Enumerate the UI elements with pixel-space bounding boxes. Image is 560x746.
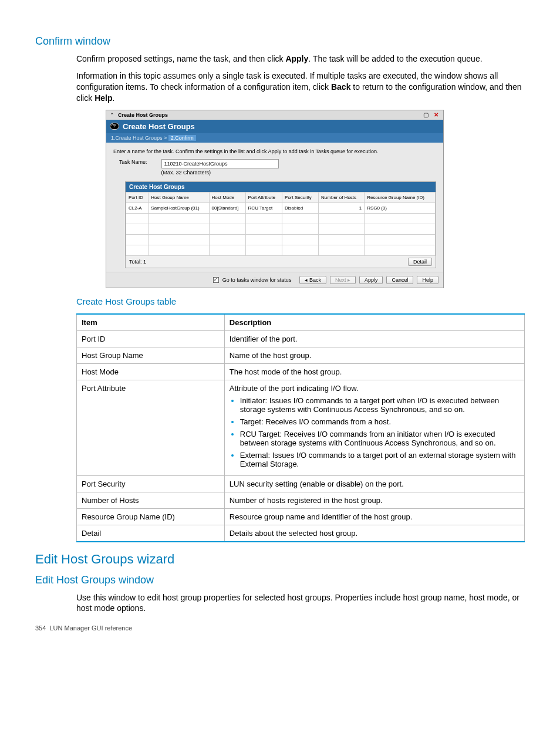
chevron-up-icon[interactable]: ⌃ (110, 112, 114, 118)
close-button[interactable]: ✕ (433, 112, 440, 119)
list-item: Initiator: Issues I/O commands to a targ… (240, 396, 519, 414)
table-row-empty (126, 213, 436, 224)
wizard-breadcrumb: 1.Create Host Groups > 2.Confirm (106, 133, 443, 143)
dialog-instruction: Enter a name for the task. Confirm the s… (113, 148, 436, 154)
col-item: Item (77, 314, 225, 331)
total-label: Total: 1 (129, 259, 146, 265)
footer-label: LUN Manager GUI reference (49, 625, 132, 632)
col-resource-group: Resource Group Name (ID) (365, 192, 436, 202)
table-row[interactable]: CL2-A SampleHostGroup (01) 00[Standard] … (126, 202, 436, 213)
item-cell: Host Mode (77, 363, 225, 380)
table-row-empty (126, 224, 436, 234)
desc-cell: Number of hosts registered in the host g… (224, 492, 524, 508)
desc-cell: The host mode of the host group. (224, 363, 524, 380)
col-host-mode: Host Mode (209, 192, 245, 202)
col-port-attribute: Port Attribute (245, 192, 282, 202)
item-cell: Host Group Name (77, 347, 225, 363)
desc-row: Resource Group Name (ID) Resource group … (77, 508, 525, 525)
edit-paragraph: Use this window to edit host group prope… (76, 592, 525, 615)
section-heading-confirm: Confirm window (35, 35, 525, 48)
detail-button[interactable]: Detail (408, 258, 432, 266)
cancel-button[interactable]: Cancel (386, 276, 413, 284)
cell-num-hosts: 1 (319, 202, 365, 213)
dialog-title: Create Host Groups (118, 112, 168, 118)
confirm-paragraph-1: Confirm proposed settings, name the task… (76, 53, 525, 65)
dialog-footer: ✓ Go to tasks window for status ◂ Back N… (106, 272, 443, 288)
hp-logo-icon (110, 123, 119, 130)
next-button-label: Next (335, 277, 346, 283)
apply-button[interactable]: Apply (359, 276, 383, 284)
confirm-paragraph-2: Information in this topic assumes only a… (76, 70, 525, 104)
desc-list: Initiator: Issues I/O commands to a targ… (240, 396, 519, 468)
text: Confirm proposed settings, name the task… (76, 54, 285, 63)
col-description: Description (224, 314, 524, 331)
item-cell: Detail (77, 525, 225, 542)
text: . (112, 93, 114, 103)
page-footer: 354 LUN Manager GUI reference (35, 625, 525, 632)
back-button[interactable]: ◂ Back (299, 276, 326, 284)
text: . The task will be added to the executio… (308, 54, 482, 63)
dialog-header-title: Create Host Groups (123, 122, 195, 131)
desc-row: Host Mode The host mode of the host grou… (77, 363, 525, 380)
list-item: Target: Receives I/O commands from a hos… (240, 417, 519, 426)
panel-title: Create Host Groups (126, 182, 436, 192)
page-number: 354 (35, 625, 46, 632)
panel-footer: Total: 1 Detail (126, 256, 436, 268)
desc-cell: Identifier of the port. (224, 330, 524, 347)
list-item: External: Issues I/O commands to a targe… (240, 451, 519, 468)
desc-row: Port Attribute Attribute of the port ind… (77, 380, 525, 475)
breadcrumb-step-2: 2.Confirm (168, 135, 196, 141)
section-heading-edit-wizard: Edit Host Groups wizard (35, 552, 525, 567)
section-heading-edit-window: Edit Host Groups window (35, 574, 525, 586)
go-to-tasks-label: Go to tasks window for status (222, 277, 292, 283)
cell-resource-group: RSG0 (0) (365, 202, 436, 213)
text-bold: Help (95, 93, 112, 103)
go-to-tasks-checkbox[interactable]: ✓ (213, 277, 219, 283)
item-cell: Number of Hosts (77, 492, 225, 508)
desc-cell: Resource group name and identifier of th… (224, 508, 524, 525)
cell-port-id: CL2-A (126, 202, 149, 213)
dialog-create-host-groups: ⌃ Create Host Groups ▢ ✕ Create Host Gro… (106, 110, 444, 288)
col-number-of-hosts: Number of Hosts (319, 192, 365, 202)
item-cell: Port Security (77, 475, 225, 492)
list-item: RCU Target: Receives I/O commands from a… (240, 430, 519, 447)
col-host-group-name: Host Group Name (149, 192, 209, 202)
desc-table-header-row: Item Description (77, 314, 525, 331)
item-cell: Port ID (77, 330, 225, 347)
create-host-groups-panel: Create Host Groups Port ID Host Group Na… (125, 181, 436, 268)
desc-cell: LUN security setting (enable or disable)… (224, 475, 524, 492)
desc-row: Detail Details about the selected host g… (77, 525, 525, 542)
description-table: Item Description Port ID Identifier of t… (76, 313, 525, 542)
cell-host-mode: 00[Standard] (209, 202, 245, 213)
cell-port-attr: RCU Target (245, 202, 282, 213)
task-name-label: Task Name: (119, 159, 147, 165)
col-port-security: Port Security (282, 192, 319, 202)
item-cell: Resource Group Name (ID) (77, 508, 225, 525)
table-section-heading: Create Host Groups table (76, 296, 525, 306)
help-button[interactable]: Help (417, 276, 438, 284)
item-cell: Port Attribute (77, 380, 225, 475)
text-bold: Back (331, 82, 350, 92)
task-name-input[interactable]: 110210-CreateHostGroups (161, 159, 279, 168)
task-name-hint: (Max. 32 Characters) (161, 170, 279, 175)
desc-cell: Details about the selected host group. (224, 525, 524, 542)
maximize-button[interactable]: ▢ (422, 112, 429, 119)
table-row-empty (126, 234, 436, 245)
cell-host-group-name: SampleHostGroup (01) (149, 202, 209, 213)
breadcrumb-separator: > (164, 135, 167, 141)
task-name-row: Task Name: 110210-CreateHostGroups (Max.… (113, 159, 436, 175)
host-groups-table: Port ID Host Group Name Host Mode Port A… (126, 192, 436, 256)
cell-port-security: Disabled (282, 202, 319, 213)
next-button: Next ▸ (330, 276, 356, 284)
back-button-label: Back (309, 277, 321, 283)
text-bold: Apply (285, 54, 308, 63)
table-header-row: Port ID Host Group Name Host Mode Port A… (126, 192, 436, 202)
desc-row: Port Security LUN security setting (enab… (77, 475, 525, 492)
breadcrumb-step-1[interactable]: 1.Create Host Groups (111, 135, 163, 141)
dialog-titlebar: ⌃ Create Host Groups ▢ ✕ (106, 110, 443, 120)
dialog-body: Enter a name for the task. Confirm the s… (106, 143, 443, 272)
desc-cell: Attribute of the port indicating I/O flo… (224, 380, 524, 475)
desc-row: Number of Hosts Number of hosts register… (77, 492, 525, 508)
col-port-id: Port ID (126, 192, 149, 202)
desc-row: Host Group Name Name of the host group. (77, 347, 525, 363)
